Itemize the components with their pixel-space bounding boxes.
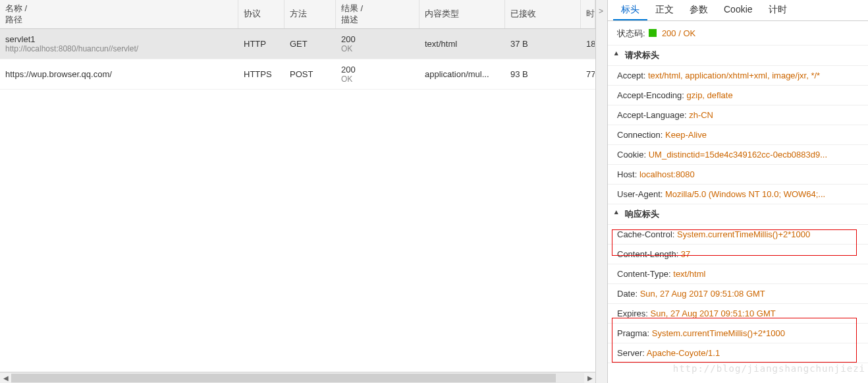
header-row[interactable]: Connection: Keep-Alive xyxy=(608,125,868,145)
detail-tabs: 标头 正文 参数 Cookie 计时 xyxy=(608,0,868,21)
tab-headers[interactable]: 标头 xyxy=(613,0,647,20)
collapse-handle[interactable] xyxy=(596,0,608,383)
col-result[interactable]: 结果 / 描述 xyxy=(336,0,420,28)
header-row[interactable]: Accept: text/html, application/xhtml+xml… xyxy=(608,66,868,86)
cell-ctype: application/mul... xyxy=(420,59,505,89)
cell-name: servlet1 http://localhost:8080/huancun//… xyxy=(0,29,238,59)
scroll-left-icon[interactable]: ◀ xyxy=(0,373,11,383)
header-row[interactable]: Accept-Language: zh-CN xyxy=(608,105,868,125)
cell-protocol: HTTP xyxy=(238,29,285,59)
horizontal-scrollbar[interactable]: ◀ ▶ xyxy=(0,372,595,383)
detail-pane: 标头 正文 参数 Cookie 计时 状态码: 200 / OK 请求标头 Ac… xyxy=(608,0,868,383)
col-method[interactable]: 方法 xyxy=(285,0,336,28)
tab-timing[interactable]: 计时 xyxy=(761,0,795,20)
header-row[interactable]: Host: localhost:8080 xyxy=(608,165,868,185)
tab-body[interactable]: 正文 xyxy=(647,0,682,20)
scroll-thumb[interactable] xyxy=(11,374,556,382)
cell-time: 77 xyxy=(581,59,595,89)
cell-result: 200 OK xyxy=(336,59,420,89)
tab-cookie[interactable]: Cookie xyxy=(716,0,761,20)
header-row[interactable]: Accept-Encoding: gzip, deflate xyxy=(608,86,868,105)
table-body: servlet1 http://localhost:8080/huancun//… xyxy=(0,29,595,372)
cell-protocol: HTTPS xyxy=(238,59,285,89)
network-table-pane: 名称 / 路径 协议 方法 结果 / 描述 内容类型 已接收 时 servlet… xyxy=(0,0,596,383)
col-name-label1: 名称 / xyxy=(5,3,27,14)
status-row: 状态码: 200 / OK xyxy=(608,24,868,45)
header-row[interactable]: Cache-Control: System.currentTimeMillis(… xyxy=(608,225,868,245)
header-row[interactable]: Server: Apache-Coyote/1.1 xyxy=(608,343,868,363)
cell-time: 18 xyxy=(581,29,595,59)
cell-name: https://wup.browser.qq.com/ xyxy=(0,59,238,89)
cell-received: 93 B xyxy=(505,59,581,89)
col-name-label2: 路径 xyxy=(5,15,22,25)
col-name[interactable]: 名称 / 路径 xyxy=(0,0,238,28)
table-row[interactable]: https://wup.browser.qq.com/ HTTPS POST 2… xyxy=(0,59,595,90)
col-content-type[interactable]: 内容类型 xyxy=(420,0,505,28)
scroll-track[interactable] xyxy=(11,373,584,383)
cell-method: GET xyxy=(285,29,336,59)
col-received[interactable]: 已接收 xyxy=(505,0,581,28)
cell-ctype: text/html xyxy=(420,29,505,59)
header-row[interactable]: Expires: Sun, 27 Aug 2017 09:51:10 GMT xyxy=(608,304,868,324)
header-row[interactable]: Date: Sun, 27 Aug 2017 09:51:08 GMT xyxy=(608,284,868,304)
col-result-label1: 结果 / xyxy=(341,3,363,14)
table-row[interactable]: servlet1 http://localhost:8080/huancun//… xyxy=(0,29,595,59)
col-protocol[interactable]: 协议 xyxy=(238,0,285,28)
header-row[interactable]: Content-Type: text/html xyxy=(608,264,868,284)
header-row[interactable]: Cookie: UM_distinctid=15de4c349162cc-0ec… xyxy=(608,145,868,165)
col-result-label2: 描述 xyxy=(341,15,358,25)
status-code: 200 / OK xyxy=(662,28,695,38)
status-label: 状态码: xyxy=(617,28,645,38)
section-response-headers[interactable]: 响应标头 xyxy=(608,204,868,225)
header-row[interactable]: Content-Length: 37 xyxy=(608,245,868,264)
cell-received: 37 B xyxy=(505,29,581,59)
status-square-icon xyxy=(649,29,657,37)
header-row[interactable]: User-Agent: Mozilla/5.0 (Windows NT 10.0… xyxy=(608,185,868,204)
scroll-right-icon[interactable]: ▶ xyxy=(584,373,595,383)
cell-method: POST xyxy=(285,59,336,89)
header-row[interactable]: Pragma: System.currentTimeMillis()+2*100… xyxy=(608,324,868,343)
detail-scroll[interactable]: 状态码: 200 / OK 请求标头 Accept: text/html, ap… xyxy=(608,21,868,383)
cell-result: 200 OK xyxy=(336,29,420,59)
tab-params[interactable]: 参数 xyxy=(682,0,716,20)
col-time[interactable]: 时 xyxy=(581,0,595,28)
section-request-headers[interactable]: 请求标头 xyxy=(608,45,868,66)
table-header: 名称 / 路径 协议 方法 结果 / 描述 内容类型 已接收 时 xyxy=(0,0,595,29)
